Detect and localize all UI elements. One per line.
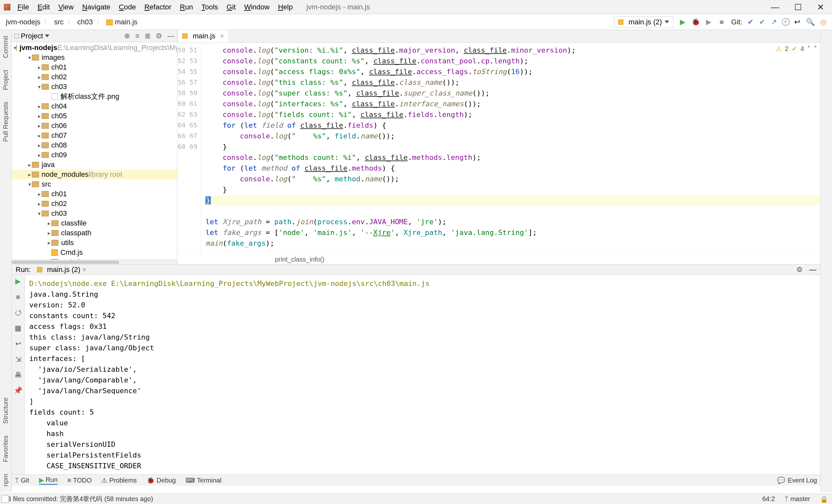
close-button[interactable]: ✕ [809,0,832,14]
tree-item-node_modules[interactable]: node_modules library root [12,169,177,179]
tab-git[interactable]: ᛘGit [15,477,29,484]
project-tree[interactable]: jvm-nodejs E:\LearningDisk\Learning_Proj… [12,42,177,260]
minimize-button[interactable]: ― [764,0,786,14]
menu-git[interactable]: Git [223,2,239,12]
close-run-tab-icon[interactable]: × [82,265,86,274]
tab-npm[interactable]: npm [2,474,9,486]
tab-favorites[interactable]: Favorites [2,435,9,462]
crumb-jvm-nodejs[interactable]: jvm-nodejs [3,18,43,26]
gear-icon[interactable]: ⚙ [156,32,162,40]
project-hscrollbar[interactable] [12,260,177,264]
lock-icon[interactable]: 🔒 [820,495,828,503]
crumb-src[interactable]: src [51,18,66,26]
git-push-icon[interactable]: ↗ [770,19,777,26]
git-branch[interactable]: master [790,495,810,502]
print-icon[interactable]: 🖶 [14,371,22,379]
tab-todo[interactable]: ≡TODO [67,477,92,484]
layout-icon[interactable]: ▦ [14,324,22,332]
tree-item-ch03[interactable]: ch03 [12,209,177,218]
tree-item-ch08[interactable]: ch08 [12,140,177,150]
tab-problems[interactable]: ⚠Problems [101,476,136,484]
editor-tab-main-js[interactable]: main.js × [178,30,229,43]
tree-item-ch03[interactable]: ch03 [12,82,177,91]
locate-icon[interactable]: ⊕ [124,32,130,40]
menu-navigate[interactable]: Navigate [78,2,114,12]
tree-item-Cmd.js[interactable]: Cmd.js [12,248,177,257]
tree-item-ch02[interactable]: ch02 [12,199,177,209]
menu-refactor[interactable]: Refactor [140,2,175,12]
tree-item-images[interactable]: images [12,53,177,62]
menu-window[interactable]: Window [240,2,273,12]
tab-debug[interactable]: 🐞Debug [147,476,176,484]
stop-run-icon[interactable]: ■ [14,293,22,301]
coverage-button[interactable]: ▶ [705,19,712,26]
tree-root[interactable]: jvm-nodejs E:\LearningDisk\Learning_Proj… [12,43,177,53]
toolwindow-corner-icon[interactable] [2,496,9,503]
tree-item-ch09[interactable]: ch09 [12,150,177,160]
menu-help[interactable]: Help [274,2,296,12]
tab-terminal[interactable]: ⌨Terminal [186,476,222,484]
menu-edit[interactable]: Edit [33,2,54,12]
tree-item-ch04[interactable]: ch04 [12,101,177,111]
tab-project[interactable]: Project [2,70,9,90]
tree-item-classfile[interactable]: classfile [12,218,177,228]
inspection-hints[interactable]: ⚠ 2 ✔ 4 ˄ ˅ [776,45,817,53]
hide-icon[interactable]: — [167,32,175,40]
chevron-down-icon[interactable] [45,34,49,37]
menu-run[interactable]: Run [176,2,197,12]
tree-item-解析class文件.png[interactable]: 解析class文件.png [12,91,177,101]
maximize-button[interactable]: ☐ [786,0,809,14]
hide-run-icon[interactable]: — [809,265,816,274]
run-config-selector[interactable]: main.js (2) [614,17,673,28]
ide-settings-icon[interactable]: ◎ [820,19,827,26]
tree-item-main.js[interactable]: main.js [12,257,177,260]
restart-icon[interactable]: ⭯ [14,309,22,317]
tree-item-utils[interactable]: utils [12,238,177,248]
soft-wrap-icon[interactable]: ↩ [14,340,22,348]
run-console[interactable]: D:\nodejs\node.exe E:\LearningDisk\Learn… [25,275,820,474]
crumb-main.js[interactable]: main.js [104,18,140,26]
menu-view[interactable]: View [54,2,77,12]
next-highlight-icon[interactable]: ˅ [814,45,817,53]
tab-commit[interactable]: Commit [2,36,9,58]
close-tab-icon[interactable]: × [220,32,224,40]
run-tab[interactable]: main.js (2) × [37,265,86,274]
menu-file[interactable]: File [14,2,33,12]
crumb-ch03[interactable]: ch03 [75,18,96,26]
tree-item-ch06[interactable]: ch06 [12,121,177,131]
tree-item-ch01[interactable]: ch01 [12,62,177,72]
editor-code[interactable]: console.log("version: %i.%i", class_file… [201,43,820,255]
collapse-icon[interactable]: ≣ [145,32,151,40]
git-commit-icon[interactable]: ✔ [758,19,766,26]
stop-button[interactable]: ■ [718,19,725,26]
menu-tools[interactable]: Tools [198,2,222,12]
typo-icon: ✔ [792,45,797,53]
event-log[interactable]: Event Log [788,477,817,484]
tab-structure[interactable]: Structure [2,397,9,424]
git-rollback-icon[interactable]: ↩ [794,19,801,26]
editor-breadcrumb[interactable]: print_class_info() [178,255,820,264]
debug-icon: 🐞 [147,476,155,484]
debug-button[interactable]: 🐞 [692,19,699,26]
rerun-icon[interactable]: ▶ [14,277,22,285]
tree-item-java[interactable]: java [12,160,177,169]
expand-all-icon[interactable]: ≡ [135,32,139,40]
tree-item-ch07[interactable]: ch07 [12,131,177,140]
git-update-icon[interactable]: ✔ [747,19,754,26]
scroll-end-icon[interactable]: ⇲ [14,355,22,363]
tree-item-ch01[interactable]: ch01 [12,189,177,199]
tree-item-classpath[interactable]: classpath [12,228,177,238]
gear-icon[interactable]: ⚙ [796,265,803,274]
tree-item-ch02[interactable]: ch02 [12,72,177,82]
tree-item-ch05[interactable]: ch05 [12,111,177,121]
pin-icon[interactable]: 📌 [14,387,22,395]
run-button[interactable]: ▶ [679,19,686,26]
tab-run[interactable]: ▶Run [39,476,58,485]
prev-highlight-icon[interactable]: ˄ [807,45,810,53]
search-icon[interactable]: 🔍 [807,19,814,26]
git-history-icon[interactable]: 🕘 [782,19,789,26]
tab-pull-requests[interactable]: Pull Requests [2,102,9,142]
menu-code[interactable]: Code [115,2,140,12]
editor-body[interactable]: 50 51 52 53 54 55 56 57 58 59 60 61 62 6… [178,43,820,255]
tree-item-src[interactable]: src [12,179,177,189]
